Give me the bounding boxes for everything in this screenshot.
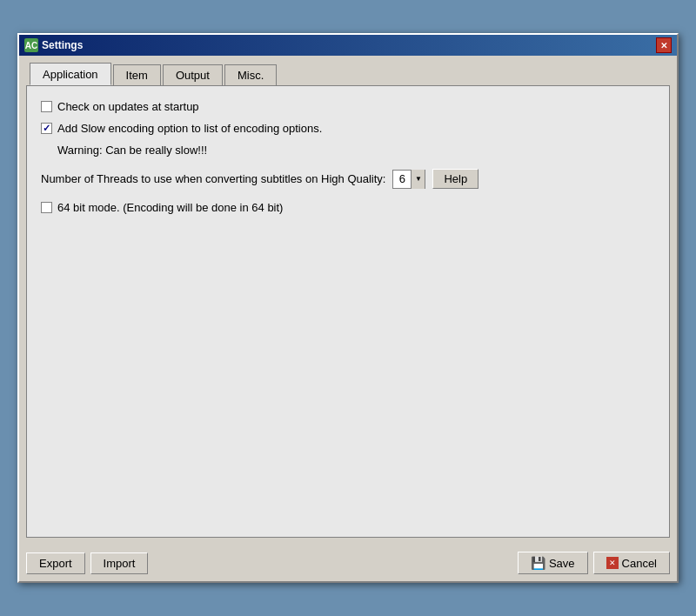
bit64-row: 64 bit mode. (Encoding will be done in 6… — [41, 201, 655, 214]
footer-left-buttons: Export Import — [26, 552, 148, 574]
threads-label: Number of Threads to use when converting… — [41, 172, 385, 185]
check-updates-label: Check on updates at startup — [57, 100, 199, 113]
import-button[interactable]: Import — [90, 552, 149, 574]
warning-text: Warning: Can be really slow!!! — [57, 144, 655, 157]
title-bar: AC Settings ✕ — [19, 35, 677, 56]
check-updates-row: Check on updates at startup — [41, 100, 655, 113]
add-slow-encoding-label: Add Slow encoding option to list of enco… — [57, 122, 322, 135]
add-slow-encoding-checkbox[interactable] — [41, 123, 52, 134]
tab-content-application: Check on updates at startup Add Slow enc… — [26, 85, 670, 538]
dialog-body: Application Item Output Misc. Check on u… — [19, 56, 677, 545]
threads-row: Number of Threads to use when converting… — [41, 169, 655, 189]
save-button[interactable]: 💾 Save — [518, 552, 588, 574]
export-button[interactable]: Export — [26, 552, 85, 574]
threads-select[interactable]: 6 ▼ — [392, 170, 425, 189]
dialog-footer: Export Import 💾 Save ✕ Cancel — [19, 545, 677, 581]
window-title: Settings — [42, 39, 83, 51]
cancel-label: Cancel — [622, 557, 657, 570]
footer-right-buttons: 💾 Save ✕ Cancel — [518, 552, 670, 574]
tab-misc[interactable]: Misc. — [224, 64, 277, 85]
bit64-label: 64 bit mode. (Encoding will be done in 6… — [57, 201, 283, 214]
tab-bar: Application Item Output Misc. — [26, 63, 670, 85]
cancel-icon: ✕ — [606, 557, 619, 569]
tab-item[interactable]: Item — [113, 64, 161, 85]
tab-application[interactable]: Application — [30, 63, 111, 85]
help-button[interactable]: Help — [432, 169, 478, 189]
check-updates-checkbox[interactable] — [41, 101, 52, 112]
threads-value: 6 — [393, 172, 411, 185]
app-icon: AC — [24, 38, 38, 52]
bit64-checkbox[interactable] — [41, 202, 52, 213]
save-label: Save — [549, 557, 575, 570]
add-slow-encoding-row: Add Slow encoding option to list of enco… — [41, 122, 655, 135]
tab-output[interactable]: Output — [163, 64, 223, 85]
cancel-button[interactable]: ✕ Cancel — [593, 552, 670, 574]
close-button[interactable]: ✕ — [656, 37, 672, 53]
title-bar-left: AC Settings — [24, 38, 83, 52]
threads-dropdown-arrow[interactable]: ▼ — [411, 170, 425, 189]
settings-dialog: AC Settings ✕ Application Item Output Mi… — [17, 33, 679, 583]
save-icon: 💾 — [531, 556, 545, 570]
